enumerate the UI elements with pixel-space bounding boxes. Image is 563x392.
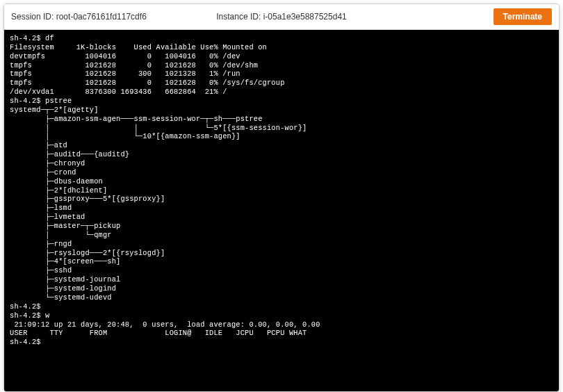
session-id-value: root-0ac76161fd117cdf6 [56, 12, 147, 22]
instance-id-label: Instance ID: i-05a1e3e5887525d41 [216, 12, 347, 22]
instance-id-value: i-05a1e3e5887525d41 [263, 12, 347, 22]
terminate-button[interactable]: Terminate [493, 8, 552, 25]
session-window: Session ID: root-0ac76161fd117cdf6 Insta… [3, 3, 560, 392]
session-prefix: Session ID: [11, 12, 56, 22]
instance-prefix: Instance ID: [216, 12, 263, 22]
header-bar: Session ID: root-0ac76161fd117cdf6 Insta… [4, 4, 559, 30]
session-id-label: Session ID: root-0ac76161fd117cdf6 [11, 12, 147, 22]
terminal-output[interactable]: sh-4.2$ df Filesystem 1K-blocks Used Ava… [4, 30, 559, 391]
